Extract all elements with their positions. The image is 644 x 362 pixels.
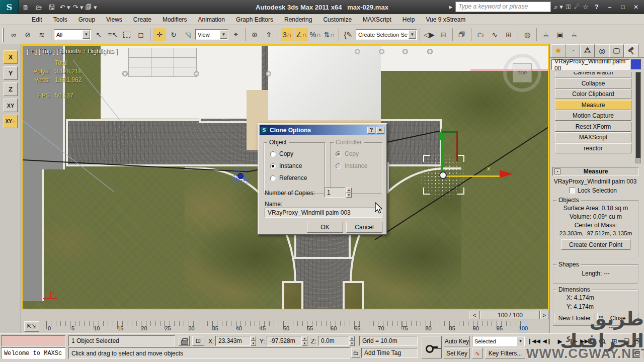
selection-filter-dropdown[interactable]: All▼ — [54, 29, 91, 40]
radio-instance[interactable]: Instance — [270, 161, 325, 171]
viewport-label[interactable]: [ + ] [ Top ] [ Smooth + Highlights ] — [27, 48, 118, 55]
spinner-snap-icon[interactable]: ⇅∩ — [323, 28, 336, 41]
cancel-button[interactable]: Cancel — [346, 222, 382, 233]
gizmo-corner-handle[interactable] — [442, 131, 458, 133]
select-and-link-icon[interactable]: ∞ — [7, 28, 20, 41]
menu-animation[interactable]: Animation — [193, 15, 230, 25]
menu-create[interactable]: Create — [128, 15, 157, 25]
scene-proxy-node-blue[interactable] — [237, 173, 244, 179]
menu-vue-9-xstream[interactable]: Vue 9 xStream — [420, 15, 471, 25]
render-setup-icon[interactable]: ☕ — [539, 28, 552, 41]
viewcube-top-face[interactable]: TOP — [513, 63, 532, 82]
previous-frame-slider-button[interactable]: < — [469, 311, 480, 319]
radio-icon[interactable] — [270, 175, 276, 181]
radio-icon[interactable] — [270, 151, 276, 157]
restrict-y-button[interactable]: Y — [4, 66, 18, 80]
auto-key-button[interactable]: Auto Key — [444, 336, 470, 346]
time-tag-icon[interactable]: 🗀 — [351, 348, 360, 358]
key-filters-button[interactable]: Key Filters... — [485, 348, 525, 358]
viewcube[interactable]: TOP — [503, 54, 541, 92]
restrict-z-button[interactable]: Z — [4, 82, 18, 96]
utility-reactor-button[interactable]: reactor — [555, 143, 631, 153]
app-logo-icon[interactable]: Ѕ — [0, 0, 19, 14]
angle-snap-icon[interactable]: ∠∩ — [295, 28, 308, 41]
dropdown-arrow-icon[interactable]: ▼ — [83, 30, 90, 39]
menu-tools[interactable]: Tools — [48, 15, 73, 25]
select-by-name-icon[interactable]: ≡↖ — [106, 28, 119, 41]
material-editor-icon[interactable]: ◍ — [521, 28, 534, 41]
gizmo-x-axis[interactable] — [447, 175, 501, 177]
search-expand-icon[interactable]: ▸ — [449, 3, 453, 11]
tab-motion[interactable]: ◎ — [595, 44, 609, 57]
helper-marker[interactable] — [266, 71, 271, 76]
helper-marker[interactable] — [194, 71, 199, 76]
measure-rollout-header[interactable]: - Measure — [552, 167, 639, 176]
object-color-swatch[interactable] — [631, 59, 641, 69]
lock-selection-checkbox-row[interactable]: Lock Selection — [569, 187, 617, 194]
time-slider-track[interactable]: < 100 / 100 > — [21, 310, 549, 320]
go-to-start-button[interactable]: ❙◀◀ — [528, 336, 539, 346]
select-object-icon[interactable]: ↖ — [92, 28, 105, 41]
dropdown-arrow-icon[interactable]: ▼ — [409, 30, 416, 39]
select-and-move-icon[interactable]: ✛ — [153, 28, 166, 41]
menu-modifiers[interactable]: Modifiers — [157, 15, 193, 25]
previous-frame-button[interactable]: ◀❙ — [541, 336, 552, 346]
zoom-icon[interactable] — [597, 336, 608, 346]
window-crossing-icon[interactable]: ◻ — [134, 28, 147, 41]
x-spinner[interactable]: ▲▼ — [251, 336, 256, 346]
menu-customize[interactable]: Customize — [317, 15, 357, 25]
object-name-field[interactable]: VRayProxy_Windmill palm 00 — [551, 59, 630, 70]
gizmo-corner-handle[interactable] — [456, 131, 458, 161]
select-and-scale-icon[interactable]: ◹ — [181, 28, 194, 41]
selected-proxy-node[interactable] — [439, 171, 447, 179]
next-frame-button[interactable]: ❙▶ — [568, 336, 579, 346]
utilities-scrollbar[interactable] — [635, 72, 641, 163]
maxscript-mini-listener-white[interactable]: Welcome to MAXSc — [1, 347, 65, 359]
z-coordinate-field[interactable]: 0.0m — [318, 336, 349, 346]
absolute-offset-mode-toggle[interactable]: ⊡ — [192, 336, 204, 346]
keyboard-shortcut-override-icon[interactable]: ⇧ — [262, 28, 275, 41]
ok-button[interactable]: OK — [307, 222, 343, 233]
helper-marker[interactable] — [355, 49, 360, 54]
helper-marker[interactable] — [379, 49, 384, 54]
lock-selection-checkbox[interactable] — [569, 188, 575, 194]
rectangular-selection-region-icon[interactable] — [120, 28, 133, 41]
next-frame-slider-button[interactable]: > — [540, 311, 548, 319]
select-and-rotate-icon[interactable]: ↻ — [167, 28, 180, 41]
set-keys-button[interactable] — [422, 336, 442, 358]
z-spinner[interactable]: ▲▼ — [349, 336, 355, 346]
scene-table-grid[interactable] — [128, 48, 197, 77]
redo-icon[interactable]: ↷ ▾ — [72, 2, 84, 12]
help-search-input[interactable]: Type a keyword or phrase — [455, 2, 551, 12]
dialog-title-bar[interactable]: Ѕ Clone Options ? ✕ — [260, 125, 385, 135]
restrict-x-button[interactable]: X — [4, 50, 18, 64]
new-file-icon[interactable]: 🗎 — [20, 2, 32, 12]
play-animation-button[interactable]: ▶ — [554, 336, 566, 346]
radio-copy[interactable]: Copy — [270, 149, 325, 159]
save-file-icon[interactable]: 🖫 — [46, 2, 58, 12]
scene-grass-notch[interactable] — [282, 281, 303, 309]
helper-marker[interactable] — [403, 49, 408, 54]
utility-camera-match-button[interactable]: Camera Match — [555, 72, 631, 77]
snap-toggle-3d-icon[interactable]: 3∩ — [281, 28, 294, 41]
utility-color-clipboard-button[interactable]: Color Clipboard — [555, 89, 631, 99]
infocenter-key-icon[interactable]: ⚿ — [566, 3, 571, 11]
menu-help[interactable]: Help — [397, 15, 421, 25]
unlink-selection-icon[interactable]: ⊘ — [21, 28, 34, 41]
select-and-manipulate-icon[interactable]: ⊕ — [248, 28, 261, 41]
utility-reset-xform-button[interactable]: Reset XForm — [555, 122, 631, 132]
dropdown-arrow-icon[interactable]: ▼ — [220, 30, 227, 39]
trackbar-mini-curve-editor-button[interactable]: ⇱⇲ — [24, 321, 39, 332]
dropdown-arrow-icon[interactable]: ▼ — [517, 337, 524, 345]
utility-collapse-button[interactable]: Collapse — [555, 78, 631, 88]
tab-create[interactable]: ✹ — [551, 44, 566, 57]
percent-snap-icon[interactable]: %∩ — [309, 28, 322, 41]
set-key-button[interactable]: Set Key — [444, 348, 470, 358]
favorites-star-icon[interactable]: ☆ — [583, 3, 589, 11]
project-toolbar-icon[interactable]: 🗐 ▾ — [85, 2, 97, 12]
snaps-use-axis-constraints-button[interactable]: XY∩ — [4, 115, 18, 128]
menu-maxscript[interactable]: MAXScript — [357, 15, 397, 25]
tab-display[interactable]: 🖵 — [609, 44, 624, 57]
rendered-frame-window-icon[interactable]: ▣ — [553, 28, 567, 41]
tab-modify[interactable]: ◔ — [566, 44, 580, 57]
